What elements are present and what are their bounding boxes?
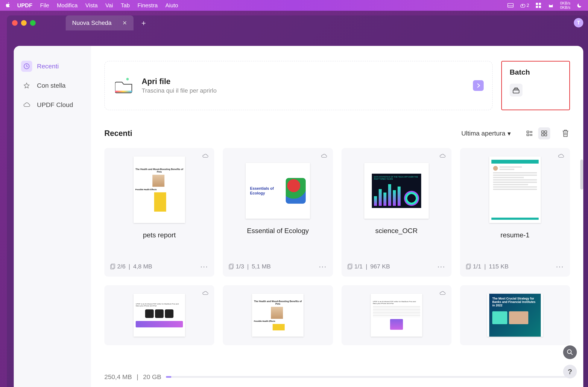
svg-rect-13 bbox=[542, 134, 544, 136]
apple-icon[interactable] bbox=[5, 2, 11, 8]
open-file-subtitle: Trascina qui il file per aprirlo bbox=[142, 87, 217, 94]
file-card[interactable]: The Health and Mood-Boosting Benefits of… bbox=[104, 148, 214, 277]
menubar-cat-icon[interactable] bbox=[548, 2, 554, 9]
new-tab-button[interactable]: ＋ bbox=[140, 18, 147, 28]
menubar-moon-icon[interactable] bbox=[576, 2, 583, 9]
file-name: resume-1 bbox=[460, 231, 570, 239]
menu-edit[interactable]: Modifica bbox=[57, 2, 78, 9]
sort-dropdown[interactable]: Ultima apertura ▾ bbox=[461, 130, 511, 137]
menu-help[interactable]: Aiuto bbox=[165, 2, 178, 9]
menu-view[interactable]: Vista bbox=[85, 2, 98, 9]
sidebar-item-cloud[interactable]: UPDF Cloud bbox=[14, 95, 91, 115]
open-file-card[interactable]: Apri file Trascina qui il file per aprir… bbox=[104, 61, 493, 110]
file-grid: The Health and Mood-Boosting Benefits of… bbox=[104, 148, 570, 345]
sidebar: Recenti Con stella UPDF Cloud bbox=[14, 46, 91, 387]
tab-new[interactable]: Nuova Scheda ✕ bbox=[66, 16, 133, 30]
clock-icon bbox=[21, 61, 32, 72]
file-size: 115 KB bbox=[489, 263, 508, 270]
sidebar-item-label: Recenti bbox=[37, 63, 59, 70]
page-count: 2/6 bbox=[117, 263, 126, 270]
file-more-button[interactable]: ··· bbox=[319, 262, 327, 271]
file-more-button[interactable]: ··· bbox=[556, 262, 564, 271]
sidebar-item-label: Con stella bbox=[37, 82, 65, 89]
svg-rect-1 bbox=[536, 3, 538, 5]
file-card[interactable]: Essentials of Ecology Essential of Ecolo… bbox=[223, 148, 333, 277]
file-card[interactable]: UPDF is an AI-infused PDF editor for Mac… bbox=[341, 285, 451, 345]
file-name: science_OCR bbox=[341, 227, 451, 235]
file-more-button[interactable]: ··· bbox=[437, 262, 445, 271]
menubar-tray-icon[interactable] bbox=[507, 2, 514, 9]
grid-view-button[interactable] bbox=[538, 127, 550, 139]
svg-point-6 bbox=[126, 78, 129, 80]
tab-close-icon[interactable]: ✕ bbox=[122, 20, 127, 26]
app-body: Recenti Con stella UPDF Cloud Apri file bbox=[14, 46, 583, 387]
maximize-window-button[interactable] bbox=[30, 20, 36, 26]
file-card[interactable]: UPDF is an AI-infused PDF editor for Mac… bbox=[104, 285, 214, 345]
scrollbar-thumb[interactable] bbox=[580, 159, 583, 190]
titlebar: Nuova Scheda ✕ ＋ T bbox=[7, 16, 588, 30]
menu-window[interactable]: Finestra bbox=[137, 2, 158, 9]
file-more-button[interactable]: ··· bbox=[200, 262, 208, 271]
app-window: Nuova Scheda ✕ ＋ T Recenti Con stella UP… bbox=[7, 16, 588, 387]
storage-progress bbox=[166, 376, 570, 378]
cloud-status-icon bbox=[320, 153, 327, 158]
folder-icon bbox=[115, 78, 133, 93]
menu-tab[interactable]: Tab bbox=[121, 2, 130, 9]
file-card[interactable]: DATA STATISTICS OF THE TECH APP OVER THE… bbox=[341, 148, 451, 277]
storage-used: 250,4 MB bbox=[104, 373, 132, 381]
menubar-grid-icon[interactable] bbox=[535, 2, 542, 9]
menubar-download-icon[interactable]: 2 bbox=[520, 2, 529, 9]
svg-rect-0 bbox=[508, 3, 513, 7]
help-float-button[interactable]: ? bbox=[563, 365, 577, 378]
sidebar-item-recent[interactable]: Recenti bbox=[14, 57, 91, 76]
file-thumbnail: UPDF is an AI-infused PDF editor for Mac… bbox=[371, 294, 422, 337]
file-card[interactable]: resume-1 1/1 | 115 KB ··· bbox=[460, 148, 570, 277]
svg-rect-10 bbox=[527, 134, 529, 136]
cloud-status-icon bbox=[558, 153, 564, 158]
file-thumbnail: UPDF is an AI-infused PDF editor for Mac… bbox=[133, 294, 185, 337]
view-toggle bbox=[524, 127, 550, 139]
minimize-window-button[interactable] bbox=[21, 20, 27, 26]
user-avatar[interactable]: T bbox=[574, 18, 583, 27]
file-thumbnail: The Health and Mood-Boosting Benefits of… bbox=[252, 294, 304, 337]
page-count: 1/1 bbox=[473, 263, 481, 270]
file-size: 4,8 MB bbox=[133, 263, 152, 270]
app-name[interactable]: UPDF bbox=[17, 2, 32, 9]
file-card[interactable]: The Most Crucial Strategy for Banks and … bbox=[460, 285, 570, 345]
svg-rect-4 bbox=[539, 6, 541, 8]
batch-stack-icon bbox=[510, 84, 523, 97]
network-speed: 0KB/s 0KB/s bbox=[560, 1, 570, 10]
cloud-status-icon bbox=[439, 153, 446, 158]
file-card[interactable]: The Health and Mood-Boosting Benefits of… bbox=[223, 285, 333, 345]
storage-bar: 250,4 MB | 20 GB bbox=[104, 373, 570, 381]
file-size: 5,1 MB bbox=[252, 263, 271, 270]
file-thumbnail: DATA STATISTICS OF THE TECH APP OVER THE… bbox=[364, 163, 429, 219]
recent-title: Recenti bbox=[104, 129, 132, 138]
svg-rect-11 bbox=[542, 131, 544, 133]
list-view-button[interactable] bbox=[524, 127, 536, 139]
menu-go[interactable]: Vai bbox=[105, 2, 113, 9]
tab-title: Nuova Scheda bbox=[72, 19, 112, 26]
sidebar-item-starred[interactable]: Con stella bbox=[14, 76, 91, 95]
menu-file[interactable]: File bbox=[40, 2, 49, 9]
batch-card[interactable]: Batch bbox=[501, 61, 570, 110]
open-file-title: Apri file bbox=[142, 77, 217, 86]
trash-button[interactable] bbox=[561, 129, 570, 137]
cloud-status-icon bbox=[202, 290, 209, 295]
batch-title: Batch bbox=[510, 68, 562, 76]
file-thumbnail bbox=[489, 156, 541, 223]
storage-total: 20 GB bbox=[143, 373, 161, 381]
macos-menubar: UPDF File Modifica Vista Vai Tab Finestr… bbox=[0, 0, 588, 11]
search-float-button[interactable] bbox=[563, 345, 577, 359]
svg-rect-3 bbox=[536, 6, 538, 8]
open-file-arrow-button[interactable] bbox=[473, 80, 484, 91]
file-thumbnail: Essentials of Ecology bbox=[246, 163, 310, 219]
file-size: 967 KB bbox=[370, 263, 390, 270]
cloud-icon bbox=[21, 99, 32, 110]
cloud-status-icon bbox=[439, 290, 446, 295]
svg-rect-12 bbox=[545, 131, 547, 133]
file-name: Essential of Ecology bbox=[223, 227, 333, 235]
file-name: pets report bbox=[104, 231, 214, 239]
close-window-button[interactable] bbox=[12, 20, 18, 26]
svg-rect-9 bbox=[527, 131, 529, 133]
